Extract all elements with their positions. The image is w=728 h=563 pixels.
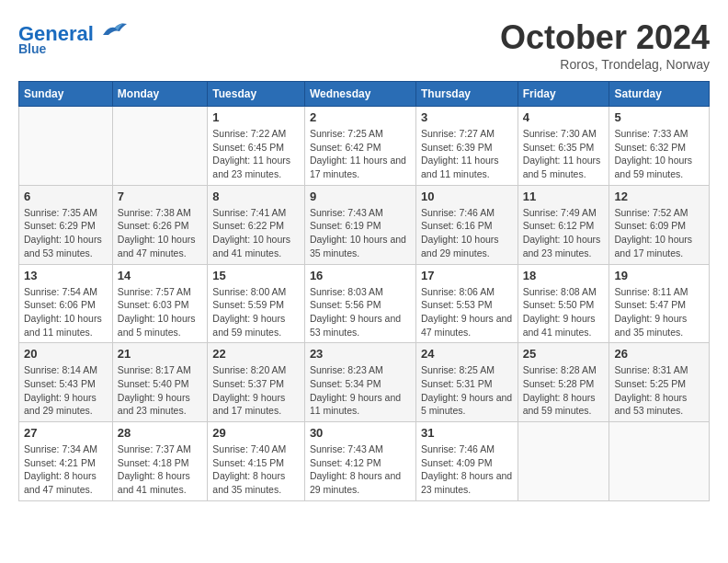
logo-bird-icon (101, 18, 129, 40)
day-number: 1 (212, 110, 300, 124)
month-title: October 2024 (500, 18, 710, 57)
day-number: 15 (212, 269, 300, 282)
day-detail: Sunrise: 7:43 AM Sunset: 4:12 PM Dayligh… (310, 442, 411, 497)
day-number: 19 (614, 269, 704, 282)
calendar-week-row: 1Sunrise: 7:22 AM Sunset: 6:45 PM Daylig… (19, 107, 710, 186)
calendar-cell: 17Sunrise: 8:06 AM Sunset: 5:53 PM Dayli… (415, 264, 518, 343)
calendar-cell: 10Sunrise: 7:46 AM Sunset: 6:16 PM Dayli… (415, 185, 518, 264)
day-detail: Sunrise: 8:20 AM Sunset: 5:37 PM Dayligh… (212, 363, 300, 418)
day-number: 17 (421, 269, 513, 282)
calendar-cell: 29Sunrise: 7:40 AM Sunset: 4:15 PM Dayli… (208, 422, 305, 501)
calendar-cell (19, 107, 113, 186)
day-number: 8 (212, 190, 300, 203)
day-number: 2 (310, 110, 411, 124)
weekday-header-row: SundayMondayTuesdayWednesdayThursdayFrid… (19, 82, 710, 107)
calendar-cell: 5Sunrise: 7:33 AM Sunset: 6:32 PM Daylig… (609, 107, 710, 186)
day-number: 24 (421, 347, 513, 361)
day-number: 13 (24, 269, 108, 282)
day-detail: Sunrise: 8:17 AM Sunset: 5:40 PM Dayligh… (118, 363, 203, 418)
weekday-header-cell: Saturday (609, 82, 710, 107)
day-number: 30 (310, 426, 411, 440)
calendar-cell: 31Sunrise: 7:46 AM Sunset: 4:09 PM Dayli… (415, 422, 518, 501)
day-detail: Sunrise: 8:14 AM Sunset: 5:43 PM Dayligh… (24, 363, 108, 418)
day-detail: Sunrise: 8:31 AM Sunset: 5:25 PM Dayligh… (614, 363, 704, 418)
location: Roros, Trondelag, Norway (500, 57, 710, 72)
calendar-cell: 3Sunrise: 7:27 AM Sunset: 6:39 PM Daylig… (415, 107, 518, 186)
day-detail: Sunrise: 8:28 AM Sunset: 5:28 PM Dayligh… (523, 363, 605, 418)
day-detail: Sunrise: 8:03 AM Sunset: 5:56 PM Dayligh… (310, 285, 411, 339)
calendar-week-row: 27Sunrise: 7:34 AM Sunset: 4:21 PM Dayli… (19, 422, 710, 501)
day-detail: Sunrise: 7:40 AM Sunset: 4:15 PM Dayligh… (212, 442, 300, 497)
day-number: 25 (523, 347, 605, 361)
day-number: 28 (118, 426, 203, 440)
day-number: 23 (310, 347, 411, 361)
day-detail: Sunrise: 7:37 AM Sunset: 4:18 PM Dayligh… (118, 442, 203, 497)
day-number: 11 (523, 190, 605, 203)
calendar-week-row: 6Sunrise: 7:35 AM Sunset: 6:29 PM Daylig… (19, 185, 710, 264)
calendar-cell: 2Sunrise: 7:25 AM Sunset: 6:42 PM Daylig… (304, 107, 415, 186)
day-number: 7 (118, 190, 203, 203)
weekday-header-cell: Wednesday (304, 82, 415, 107)
calendar-cell (112, 107, 208, 186)
logo: General Blue (18, 18, 129, 56)
calendar-cell: 7Sunrise: 7:38 AM Sunset: 6:26 PM Daylig… (112, 185, 208, 264)
day-detail: Sunrise: 8:23 AM Sunset: 5:34 PM Dayligh… (310, 363, 411, 418)
calendar-cell: 15Sunrise: 8:00 AM Sunset: 5:59 PM Dayli… (208, 264, 305, 343)
day-number: 10 (421, 190, 513, 203)
day-detail: Sunrise: 7:27 AM Sunset: 6:39 PM Dayligh… (421, 127, 513, 181)
weekday-header-cell: Tuesday (208, 82, 305, 107)
day-number: 18 (523, 269, 605, 282)
day-number: 29 (212, 426, 300, 440)
calendar-cell (609, 422, 710, 501)
day-number: 21 (118, 347, 203, 361)
day-detail: Sunrise: 7:49 AM Sunset: 6:12 PM Dayligh… (523, 206, 605, 260)
calendar-cell: 22Sunrise: 8:20 AM Sunset: 5:37 PM Dayli… (208, 343, 305, 422)
calendar-cell: 14Sunrise: 7:57 AM Sunset: 6:03 PM Dayli… (112, 264, 208, 343)
calendar-cell: 27Sunrise: 7:34 AM Sunset: 4:21 PM Dayli… (19, 422, 113, 501)
calendar-cell: 24Sunrise: 8:25 AM Sunset: 5:31 PM Dayli… (415, 343, 518, 422)
day-detail: Sunrise: 7:34 AM Sunset: 4:21 PM Dayligh… (24, 442, 108, 497)
calendar-cell: 6Sunrise: 7:35 AM Sunset: 6:29 PM Daylig… (19, 185, 113, 264)
day-detail: Sunrise: 7:54 AM Sunset: 6:06 PM Dayligh… (24, 285, 108, 339)
day-detail: Sunrise: 8:25 AM Sunset: 5:31 PM Dayligh… (421, 363, 513, 418)
calendar-cell: 4Sunrise: 7:30 AM Sunset: 6:35 PM Daylig… (518, 107, 609, 186)
day-detail: Sunrise: 8:11 AM Sunset: 5:47 PM Dayligh… (614, 285, 704, 339)
day-number: 14 (118, 269, 203, 282)
day-detail: Sunrise: 7:25 AM Sunset: 6:42 PM Dayligh… (310, 127, 411, 181)
day-detail: Sunrise: 8:06 AM Sunset: 5:53 PM Dayligh… (421, 285, 513, 339)
day-detail: Sunrise: 7:33 AM Sunset: 6:32 PM Dayligh… (614, 127, 704, 181)
calendar-cell: 9Sunrise: 7:43 AM Sunset: 6:19 PM Daylig… (304, 185, 415, 264)
calendar-table: SundayMondayTuesdayWednesdayThursdayFrid… (18, 81, 710, 501)
weekday-header-cell: Thursday (415, 82, 518, 107)
calendar-cell: 28Sunrise: 7:37 AM Sunset: 4:18 PM Dayli… (112, 422, 208, 501)
day-detail: Sunrise: 7:22 AM Sunset: 6:45 PM Dayligh… (212, 127, 300, 181)
weekday-header-cell: Sunday (19, 82, 113, 107)
calendar-cell: 23Sunrise: 8:23 AM Sunset: 5:34 PM Dayli… (304, 343, 415, 422)
day-number: 22 (212, 347, 300, 361)
day-detail: Sunrise: 7:38 AM Sunset: 6:26 PM Dayligh… (118, 206, 203, 260)
calendar-body: 1Sunrise: 7:22 AM Sunset: 6:45 PM Daylig… (19, 107, 710, 501)
calendar-cell (518, 422, 609, 501)
calendar-cell: 12Sunrise: 7:52 AM Sunset: 6:09 PM Dayli… (609, 185, 710, 264)
weekday-header-cell: Monday (112, 82, 208, 107)
calendar-cell: 1Sunrise: 7:22 AM Sunset: 6:45 PM Daylig… (208, 107, 305, 186)
weekday-header-cell: Friday (518, 82, 609, 107)
page-header: General Blue October 2024 Roros, Trondel… (18, 18, 710, 72)
day-number: 31 (421, 426, 513, 440)
day-number: 4 (523, 110, 605, 124)
day-detail: Sunrise: 7:46 AM Sunset: 6:16 PM Dayligh… (421, 206, 513, 260)
day-detail: Sunrise: 7:43 AM Sunset: 6:19 PM Dayligh… (310, 206, 411, 260)
day-number: 3 (421, 110, 513, 124)
calendar-cell: 18Sunrise: 8:08 AM Sunset: 5:50 PM Dayli… (518, 264, 609, 343)
title-block: October 2024 Roros, Trondelag, Norway (500, 18, 710, 72)
calendar-cell: 13Sunrise: 7:54 AM Sunset: 6:06 PM Dayli… (19, 264, 113, 343)
day-number: 9 (310, 190, 411, 203)
day-number: 26 (614, 347, 704, 361)
calendar-cell: 16Sunrise: 8:03 AM Sunset: 5:56 PM Dayli… (304, 264, 415, 343)
day-detail: Sunrise: 7:52 AM Sunset: 6:09 PM Dayligh… (614, 206, 704, 260)
calendar-cell: 25Sunrise: 8:28 AM Sunset: 5:28 PM Dayli… (518, 343, 609, 422)
day-number: 12 (614, 190, 704, 203)
day-detail: Sunrise: 7:30 AM Sunset: 6:35 PM Dayligh… (523, 127, 605, 181)
calendar-cell: 30Sunrise: 7:43 AM Sunset: 4:12 PM Dayli… (304, 422, 415, 501)
day-detail: Sunrise: 7:46 AM Sunset: 4:09 PM Dayligh… (421, 442, 513, 497)
